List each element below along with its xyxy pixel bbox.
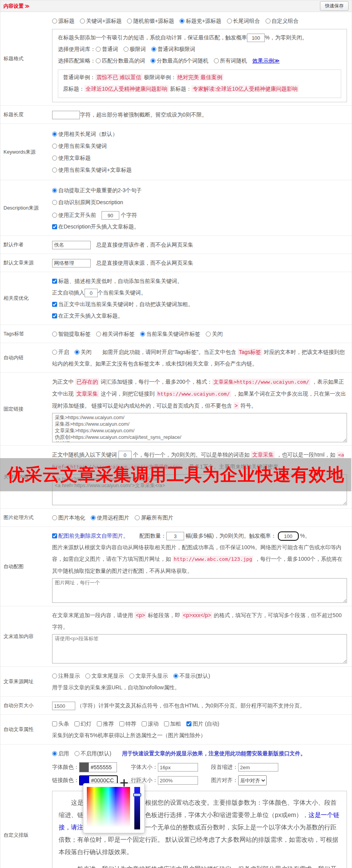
radio-input[interactable] [52,168,57,173]
radio-input[interactable] [52,515,57,520]
checkbox-input[interactable] [74,721,80,726]
radio-option[interactable]: 使用当前采集关键词 [52,141,347,151]
radio-input[interactable] [214,58,219,63]
checkbox-option[interactable]: 在Description开头插入文章标题。 [52,223,139,230]
example-link[interactable]: 效果示例≫ [252,58,280,64]
checkbox-input[interactable] [186,721,191,726]
radio-option[interactable]: 屏蔽所有图片 [135,514,173,521]
radio-input[interactable] [140,332,145,337]
insert-count-input[interactable] [85,289,98,297]
checkbox-option[interactable]: 加粗 [164,721,181,727]
checkbox-input[interactable] [52,302,57,307]
link-color-hex-input[interactable] [89,777,117,783]
checkbox-option[interactable]: 配图前先删除原文自带图片。 [52,533,129,539]
radio-input[interactable] [52,673,57,678]
radio-input[interactable] [85,673,90,678]
radio-option[interactable]: 匹配分数最高的词 [96,58,145,64]
radio-input[interactable] [52,144,57,149]
radio-option[interactable]: 极限词 [124,46,146,52]
radio-option[interactable]: 智能提取标签 [52,331,91,337]
line-height-input[interactable] [158,776,198,785]
image-count-input[interactable] [166,532,184,540]
saturation-gradient-area[interactable] [87,787,130,829]
image-probability-input[interactable] [278,531,299,541]
radio-option[interactable]: 使用远程图片 [91,514,129,521]
radio-input[interactable] [135,515,140,520]
head-chars-input[interactable] [102,211,119,220]
radio-input[interactable] [52,200,57,205]
radio-input[interactable] [151,58,156,63]
radio-option[interactable]: 当前采集关键词作标签 [140,331,200,337]
radio-input[interactable] [227,19,232,24]
radio-input[interactable] [52,156,57,161]
radio-option[interactable]: 普通词和极限词 [151,46,195,52]
radio-option[interactable]: 使用正文开头前 [52,212,96,218]
checkbox-option[interactable]: 当正文中出现当前采集关键词时，自动把该关键词加粗。 [52,301,193,307]
checkbox-option[interactable]: 滚动 [142,721,159,727]
radio-option[interactable]: 随机前缀+源标题 [127,18,174,24]
radio-input[interactable] [266,19,271,24]
checkbox-option[interactable]: 图片 (自动) [186,721,219,727]
title-length-input[interactable] [52,111,80,119]
radio-option[interactable]: 使用相关长尾词（默认） [52,129,347,139]
radio-input[interactable] [173,673,178,678]
checkbox-input[interactable] [97,721,102,726]
checkbox-input[interactable] [52,721,57,726]
checkbox-input[interactable] [52,533,57,538]
radio-input[interactable] [52,132,57,137]
checkbox-input[interactable] [52,313,57,318]
radio-option[interactable]: 关键词+源标题 [80,18,122,24]
radio-input[interactable] [179,19,184,24]
radio-input[interactable] [96,332,101,337]
font-color-hex-input[interactable] [89,764,117,770]
radio-option[interactable]: 长尾词组合 [227,18,260,24]
radio-option[interactable]: 开启 [52,349,69,355]
radio-input[interactable] [96,47,101,52]
checkbox-option[interactable]: 在正文开头插入文章标题。 [52,313,123,319]
append-content-textarea[interactable] [52,634,347,663]
radio-option[interactable]: 普通词 [96,46,118,52]
radio-input[interactable] [74,751,80,756]
radio-input[interactable] [52,213,57,218]
checkbox-input[interactable] [119,721,124,726]
checkbox-option[interactable]: 幻灯 [74,721,91,727]
radio-input[interactable] [129,673,134,678]
radio-option[interactable]: 分数最高的5个词随机 [151,58,208,64]
auto-image-textarea[interactable] [52,578,347,603]
radio-option[interactable]: 关闭 [74,349,91,355]
radio-input[interactable] [206,332,211,337]
radio-input[interactable] [151,47,156,52]
brightness-slider-handle[interactable] [133,793,141,797]
indent-input[interactable] [238,763,278,772]
radio-input[interactable] [80,19,85,24]
radio-input[interactable] [96,58,101,63]
radio-option[interactable]: 注释显示 [52,673,80,679]
font-color-field[interactable] [79,762,117,772]
color-picker-popup[interactable] [83,783,145,833]
checkbox-input[interactable] [164,721,169,726]
checkbox-option[interactable]: 推荐 [97,721,114,727]
radio-input[interactable] [91,515,96,520]
radio-option[interactable]: 文章末尾显示 [85,673,124,679]
radio-option[interactable]: 自动识别原网页Description [52,197,347,207]
radio-input[interactable] [124,47,129,52]
radio-option[interactable]: 使用当前采集关键词+文章标题 [52,165,347,175]
radio-option[interactable]: 图片本地化 [52,514,85,521]
checkbox-option[interactable]: 头条 [52,721,69,727]
radio-input[interactable] [52,332,57,337]
brightness-slider[interactable] [134,787,140,829]
radio-option[interactable]: 文章开头显示 [129,673,168,679]
radio-option[interactable]: 所有词随机 [214,58,247,64]
radio-input[interactable] [74,350,80,355]
checkbox-input[interactable] [52,279,57,284]
radio-input[interactable] [127,19,132,24]
radio-option[interactable]: 不显示(默认) [173,673,210,679]
radio-option[interactable]: 自动提取正文中最重要的2-3个句子 [52,185,347,195]
font-color-swatch[interactable] [80,763,89,772]
radio-option[interactable]: 不启用(默认) [74,750,111,756]
radio-input[interactable] [52,19,57,24]
checkbox-input[interactable] [142,721,147,726]
default-author-input[interactable] [52,241,91,249]
checkbox-input[interactable] [52,224,57,229]
radio-option[interactable]: 使用文章标题 [52,153,347,163]
